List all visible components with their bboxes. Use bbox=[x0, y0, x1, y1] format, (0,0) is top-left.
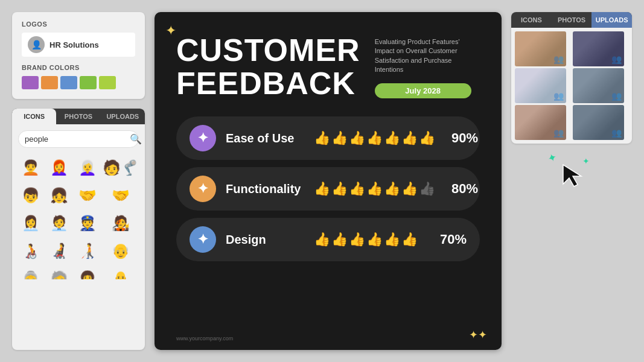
icon-person-18[interactable]: 🧑‍🦲 bbox=[103, 266, 139, 279]
photos-panel-tabs: ICONS PHOTOS UPLOADS bbox=[511, 12, 632, 28]
thumb-6: 👍 bbox=[401, 130, 418, 146]
circle-icon-ease: ✦ bbox=[190, 125, 216, 151]
icon-person-8[interactable]: 🧑‍💼 bbox=[46, 211, 72, 236]
photo-inner-1 bbox=[515, 31, 566, 66]
thumb-2: 👍 bbox=[331, 130, 348, 146]
tab-photos[interactable]: PHOTOS bbox=[56, 109, 100, 124]
icon-person-12[interactable]: 🧑‍🦼 bbox=[46, 238, 72, 264]
icon-handshake-2[interactable]: 🤝 bbox=[103, 183, 139, 208]
search-bar: 🔍 bbox=[18, 130, 139, 148]
thumbs-ease: 👍 👍 👍 👍 👍 👍 👍 bbox=[314, 130, 435, 146]
swatch-4[interactable] bbox=[80, 76, 97, 89]
thumb-d4: 👍 bbox=[366, 232, 383, 247]
photo-thumb-2[interactable] bbox=[573, 31, 624, 66]
icon-person-15[interactable]: 👵 bbox=[18, 266, 44, 279]
icon-person-4[interactable]: 🧑‍🦿 bbox=[103, 155, 139, 180]
left-panel: LOGOS 👤 HR Solutions BRAND COLORS ICONS … bbox=[12, 12, 145, 350]
swatch-5[interactable] bbox=[99, 76, 116, 89]
photo-thumb-4[interactable] bbox=[573, 68, 624, 103]
brand-card: LOGOS 👤 HR Solutions BRAND COLORS bbox=[12, 12, 145, 99]
star-decoration-bottom: ✦✦ bbox=[469, 328, 487, 341]
photos-tab-uploads[interactable]: UPLOADS bbox=[591, 12, 632, 28]
photo-thumb-1[interactable] bbox=[515, 31, 566, 66]
photo-thumb-6[interactable] bbox=[573, 105, 624, 140]
icon-person-16[interactable]: 🧓 bbox=[46, 266, 72, 279]
swatch-2[interactable] bbox=[41, 76, 58, 89]
photos-tab-photos[interactable]: PHOTOS bbox=[552, 12, 592, 28]
tab-icons[interactable]: ICONS bbox=[12, 109, 56, 124]
color-swatches bbox=[22, 76, 135, 89]
thumb-d5: 👍 bbox=[384, 232, 400, 247]
icon-person-13[interactable]: 🧑‍🦯 bbox=[74, 238, 100, 264]
circle-icon-functionality: ✦ bbox=[190, 176, 216, 202]
icon-person-9[interactable]: 👮 bbox=[74, 211, 100, 236]
icon-person-5[interactable]: 👦 bbox=[18, 183, 44, 208]
icon-person-1[interactable]: 🧑‍🦱 bbox=[18, 155, 44, 180]
center-panel: ✦ CUSTOMER FEEDBACK Evaluating Product F… bbox=[155, 12, 502, 350]
row-label-design: Design bbox=[226, 233, 304, 247]
thumb-7: 👍 bbox=[419, 130, 435, 146]
icon-grid: 🧑‍🦱 👩‍🦰 👩‍🦳 🧑‍🦿 👦 👧 🤝 🤝 👩‍💼 🧑‍💼 👮 🧑‍🎤 🧑‍… bbox=[12, 153, 145, 279]
thumb-f5: 👍 bbox=[384, 181, 400, 197]
swatch-3[interactable] bbox=[60, 76, 77, 89]
thumb-f1: 👍 bbox=[314, 181, 330, 197]
logos-label: LOGOS bbox=[22, 21, 135, 28]
feedback-row-design: ✦ Design 👍 👍 👍 👍 👍 👍 70% bbox=[176, 218, 480, 261]
cursor-arrow-icon bbox=[558, 162, 585, 192]
date-badge: July 2028 bbox=[375, 83, 471, 98]
title-right: Evaluating Product Features' Impact on O… bbox=[375, 34, 471, 98]
icon-person-10[interactable]: 🧑‍🎤 bbox=[103, 211, 139, 236]
thumb-f2: 👍 bbox=[331, 181, 348, 197]
thumb-d1: 👍 bbox=[314, 232, 330, 247]
search-icon[interactable]: 🔍 bbox=[130, 133, 142, 145]
photo-grid bbox=[511, 28, 632, 144]
icon-person-2[interactable]: 👩‍🦰 bbox=[46, 155, 72, 180]
swatch-1[interactable] bbox=[22, 76, 39, 89]
right-panel: ICONS PHOTOS UPLOADS bbox=[511, 12, 632, 350]
icons-panel: ICONS PHOTOS UPLOADS 🔍 🧑‍🦱 👩‍🦰 👩‍🦳 🧑‍🦿 👦… bbox=[12, 109, 145, 350]
icon-person-6[interactable]: 👧 bbox=[46, 183, 72, 208]
thumbs-design: 👍 👍 👍 👍 👍 👍 bbox=[314, 232, 424, 247]
watermark: www.yourcompany.com bbox=[176, 335, 233, 341]
thumb-f3: 👍 bbox=[349, 181, 365, 197]
pct-design: 70% bbox=[433, 232, 467, 247]
thumb-d6: 👍 bbox=[401, 232, 418, 247]
logo-row: 👤 HR Solutions bbox=[22, 33, 135, 57]
photo-thumb-5[interactable] bbox=[515, 105, 566, 140]
icon-handshake-1[interactable]: 🤝 bbox=[74, 183, 100, 208]
thumb-f4: 👍 bbox=[366, 181, 383, 197]
photos-tab-icons[interactable]: ICONS bbox=[511, 12, 552, 28]
cursor-area: ✦ ✦ bbox=[511, 153, 632, 202]
photos-card: ICONS PHOTOS UPLOADS bbox=[511, 12, 632, 144]
photo-inner-3 bbox=[515, 68, 566, 103]
thumb-f6: 👍 bbox=[401, 181, 418, 197]
circle-icon-design: ✦ bbox=[190, 226, 216, 253]
photo-thumb-3[interactable] bbox=[515, 68, 566, 103]
icon-person-11[interactable]: 🧑‍🦽 bbox=[18, 238, 44, 264]
tab-uploads[interactable]: UPLOADS bbox=[101, 109, 145, 124]
pct-functionality: 80% bbox=[445, 181, 478, 197]
row-label-ease: Ease of Use bbox=[226, 132, 304, 145]
hr-logo-icon: 👤 bbox=[28, 36, 45, 53]
main-title-block: CUSTOMER FEEDBACK bbox=[176, 34, 360, 100]
icon-person-14[interactable]: 👴 bbox=[103, 238, 139, 264]
icon-person-17[interactable]: 👩‍🦱 bbox=[74, 266, 100, 279]
photo-inner-5 bbox=[515, 105, 566, 140]
icon-person-7[interactable]: 👩‍💼 bbox=[18, 211, 44, 236]
feedback-row-ease: ✦ Ease of Use 👍 👍 👍 👍 👍 👍 👍 90% bbox=[176, 116, 480, 160]
brand-name: HR Solutions bbox=[49, 40, 99, 49]
subtitle-text: Evaluating Product Features' Impact on O… bbox=[375, 37, 471, 75]
thumb-f7: 👍 bbox=[419, 181, 435, 197]
thumb-d3: 👍 bbox=[349, 232, 365, 247]
cursor-sparks-left: ✦ bbox=[546, 150, 559, 166]
icon-person-3[interactable]: 👩‍🦳 bbox=[74, 155, 100, 180]
thumbs-functionality: 👍 👍 👍 👍 👍 👍 👍 bbox=[314, 181, 435, 197]
search-input[interactable] bbox=[25, 135, 126, 144]
row-label-functionality: Functionality bbox=[226, 182, 304, 196]
thumb-1: 👍 bbox=[314, 130, 330, 146]
star-decoration-top: ✦ bbox=[165, 23, 176, 39]
photo-inner-6 bbox=[573, 105, 624, 140]
pct-ease: 90% bbox=[445, 130, 478, 146]
title-line-1: CUSTOMER bbox=[176, 34, 360, 67]
thumb-4: 👍 bbox=[366, 130, 383, 146]
